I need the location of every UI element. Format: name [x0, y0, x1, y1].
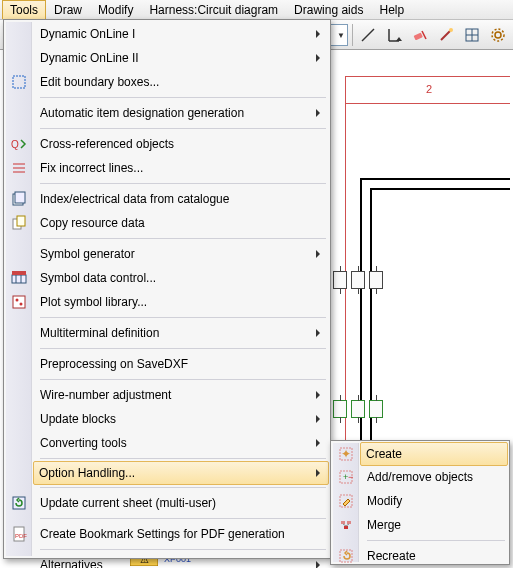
- menu-help[interactable]: Help: [371, 0, 412, 19]
- column-number-label: 2: [426, 83, 432, 95]
- svg-line-2: [422, 31, 426, 39]
- symbol-contact[interactable]: [369, 400, 383, 418]
- menu-item-label: Converting tools: [40, 436, 127, 450]
- chevron-right-icon: [316, 30, 320, 38]
- symbol-contact[interactable]: [333, 400, 347, 418]
- copyres-icon: [10, 214, 28, 232]
- svg-rect-21: [12, 275, 26, 283]
- menu-separator: [40, 183, 326, 184]
- menu-separator: [40, 549, 326, 550]
- symbol-block[interactable]: [333, 271, 347, 289]
- symbol-row-2: [333, 400, 383, 418]
- menu-icon-column: [6, 22, 32, 556]
- menu-item-label: Update current sheet (multi-user): [40, 496, 216, 510]
- menu-item-label: Alternatives: [40, 558, 103, 568]
- option-handling-create[interactable]: Create✦: [360, 442, 508, 466]
- pdf-icon: PDF: [10, 525, 28, 543]
- settings-icon[interactable]: [487, 24, 509, 46]
- menu-item-label: Dynamic OnLine II: [40, 51, 139, 65]
- tools-menu-edit-boundary-boxes[interactable]: Edit boundary boxes...: [34, 70, 328, 94]
- tools-menu-update-blocks[interactable]: Update blocks: [34, 407, 328, 431]
- toolbar-separator: [352, 24, 353, 46]
- menu-item-label: Merge: [367, 518, 401, 532]
- chevron-right-icon: [316, 415, 320, 423]
- crossref-icon: Q: [10, 135, 28, 153]
- menu-separator: [367, 540, 505, 541]
- indent-icon[interactable]: [383, 24, 405, 46]
- symbol-contact[interactable]: [351, 400, 365, 418]
- svg-point-8: [495, 32, 501, 38]
- menu-item-label: Preprocessing on SaveDXF: [40, 357, 188, 371]
- tools-menu-option-handling[interactable]: Option Handling...: [33, 461, 329, 485]
- tools-menu-cross-referenced-objects[interactable]: Cross-referenced objectsQ: [34, 132, 328, 156]
- fixlines-icon: [10, 159, 28, 177]
- menu-tools[interactable]: Tools: [2, 0, 46, 19]
- svg-point-27: [20, 303, 23, 306]
- addremove-icon: +−: [337, 468, 355, 486]
- menu-item-label: Symbol data control...: [40, 271, 156, 285]
- svg-point-26: [16, 299, 19, 302]
- menu-item-label: Fix incorrect lines...: [40, 161, 143, 175]
- menu-item-label: Index/electrical data from catalogue: [40, 192, 229, 206]
- tools-menu-multiterminal-definition[interactable]: Multiterminal definition: [34, 321, 328, 345]
- erase-icon[interactable]: [409, 24, 431, 46]
- svg-rect-12: [13, 76, 25, 88]
- tools-menu-update-current-sheet-multi-user[interactable]: Update current sheet (multi-user): [34, 491, 328, 515]
- svg-text:✦: ✦: [341, 447, 351, 461]
- option-handling-recreate[interactable]: Recreate: [361, 544, 507, 568]
- menu-separator: [40, 317, 326, 318]
- grid-icon[interactable]: [461, 24, 483, 46]
- menu-item-label: Update blocks: [40, 412, 116, 426]
- chevron-right-icon: [316, 469, 320, 477]
- menu-separator: [40, 487, 326, 488]
- tools-menu-alternatives[interactable]: Alternatives: [34, 553, 328, 568]
- menu-item-label: Cross-referenced objects: [40, 137, 174, 151]
- option-handling-add-remove-objects[interactable]: Add/remove objects+−: [361, 465, 507, 489]
- drawing-inner-frame: [360, 178, 510, 478]
- merge-icon: [337, 516, 355, 534]
- wand-icon[interactable]: [435, 24, 457, 46]
- menu-modify[interactable]: Modify: [90, 0, 141, 19]
- tools-menu-index-electrical-data-from-catalogue[interactable]: Index/electrical data from catalogue: [34, 187, 328, 211]
- tools-menu-plot-symbol-library[interactable]: Plot symbol library...: [34, 290, 328, 314]
- tools-menu-preprocessing-on-savedxf[interactable]: Preprocessing on SaveDXF: [34, 352, 328, 376]
- menu-separator: [40, 379, 326, 380]
- tools-menu-symbol-generator[interactable]: Symbol generator: [34, 242, 328, 266]
- updatesheet-icon: [10, 494, 28, 512]
- tools-menu-create-bookmark-settings-for-pdf-generation[interactable]: Create Bookmark Settings for PDF generat…: [34, 522, 328, 546]
- chevron-right-icon: [316, 329, 320, 337]
- menu-item-label: Recreate: [367, 549, 416, 563]
- tools-menu-dynamic-online-ii[interactable]: Dynamic OnLine II: [34, 46, 328, 70]
- tools-menu-symbol-data-control[interactable]: Symbol data control...: [34, 266, 328, 290]
- menubar: Tools Draw Modify Harness:Circuit diagra…: [0, 0, 513, 20]
- chevron-right-icon: [316, 54, 320, 62]
- tools-menu-dynamic-online-i[interactable]: Dynamic OnLine I: [34, 22, 328, 46]
- menu-draw[interactable]: Draw: [46, 0, 90, 19]
- tools-menu-wire-number-adjustment[interactable]: Wire-number adjustment: [34, 383, 328, 407]
- modify-icon: [337, 492, 355, 510]
- symbol-block[interactable]: [369, 271, 383, 289]
- menu-separator: [40, 458, 326, 459]
- menu-item-label: Modify: [367, 494, 402, 508]
- menu-item-label: Plot symbol library...: [40, 295, 147, 309]
- chevron-right-icon: [316, 250, 320, 258]
- menu-separator: [40, 518, 326, 519]
- menu-item-label: Automatic item designation generation: [40, 106, 244, 120]
- plotsym-icon: [10, 293, 28, 311]
- tools-menu-automatic-item-designation-generation[interactable]: Automatic item designation generation: [34, 101, 328, 125]
- menu-harness[interactable]: Harness:Circuit diagram: [141, 0, 286, 19]
- menu-item-label: Multiterminal definition: [40, 326, 159, 340]
- chevron-right-icon: [316, 391, 320, 399]
- symbol-block[interactable]: [351, 271, 365, 289]
- svg-rect-24: [12, 271, 26, 275]
- svg-rect-20: [17, 216, 25, 226]
- svg-text:−: −: [348, 472, 353, 482]
- tools-menu-converting-tools[interactable]: Converting tools: [34, 431, 328, 455]
- line-icon[interactable]: [357, 24, 379, 46]
- tools-menu-fix-incorrect-lines[interactable]: Fix incorrect lines...: [34, 156, 328, 180]
- menu-drawing-aids[interactable]: Drawing aids: [286, 0, 371, 19]
- svg-line-3: [441, 31, 450, 40]
- tools-menu-copy-resource-data[interactable]: Copy resource data: [34, 211, 328, 235]
- option-handling-merge[interactable]: Merge: [361, 513, 507, 537]
- option-handling-modify[interactable]: Modify: [361, 489, 507, 513]
